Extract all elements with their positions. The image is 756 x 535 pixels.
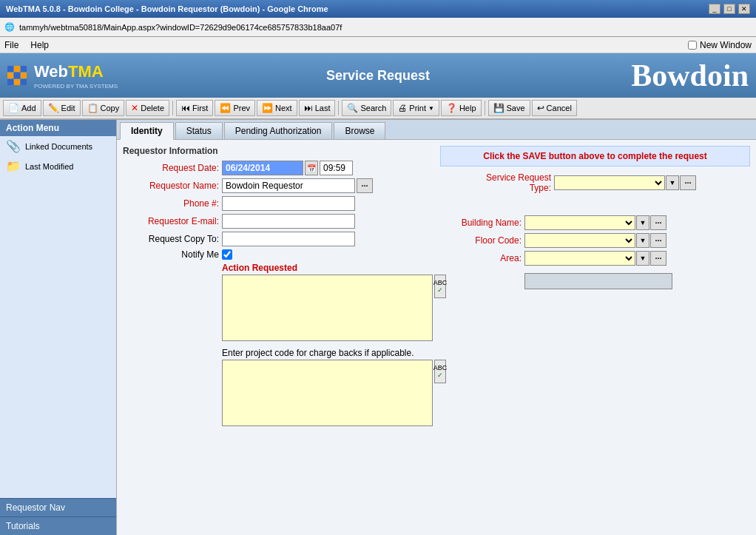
first-icon: ⏮ xyxy=(181,103,190,113)
last-label: Last xyxy=(315,104,331,112)
requestor-name-extra-button[interactable]: ··· xyxy=(357,178,373,193)
sr-type-dropdown-button[interactable]: ▼ xyxy=(666,175,679,190)
notify-checkbox[interactable] xyxy=(222,249,232,260)
building-dropdown-button[interactable]: ▼ xyxy=(636,215,649,230)
next-button[interactable]: ⏩ Next xyxy=(257,100,297,116)
copy-to-row: Request Copy To: xyxy=(123,232,433,246)
area-label: Area: xyxy=(440,253,522,263)
print-arrow: ▼ xyxy=(428,105,434,112)
close-button[interactable]: ✕ xyxy=(738,4,750,14)
copy-to-label: Request Copy To: xyxy=(123,234,219,244)
email-label: Requestor E-mail: xyxy=(123,216,219,226)
minimize-button[interactable]: _ xyxy=(709,4,720,14)
copy-to-input[interactable] xyxy=(222,232,355,246)
logo-sub: POWERED BY TMA SYSTEMS xyxy=(34,83,118,90)
phone-input[interactable] xyxy=(222,196,355,211)
search-label: Search xyxy=(360,104,386,112)
add-label: Add xyxy=(21,104,36,112)
action-requested-label: Action Requested xyxy=(123,263,433,273)
floor-row: Floor Code: ▼ ··· xyxy=(440,233,750,248)
delete-button[interactable]: ✕ Delete xyxy=(126,100,169,116)
sr-type-extra-button[interactable]: ··· xyxy=(680,175,696,190)
building-select[interactable] xyxy=(524,215,635,230)
requestor-nav-button[interactable]: Requestor Nav xyxy=(0,498,116,517)
menu-file[interactable]: File xyxy=(4,40,18,50)
requestor-name-row: Requestor Name: ··· xyxy=(123,178,433,193)
sr-type-area: Service RequestType: ▼ ··· xyxy=(440,172,750,193)
edit-button[interactable]: ✏️ Edit xyxy=(43,100,81,116)
tab-status[interactable]: Status xyxy=(175,122,223,139)
tab-browse[interactable]: Browse xyxy=(334,122,385,139)
college-name: Bowdoin xyxy=(631,58,749,93)
add-button[interactable]: 📄 Add xyxy=(3,100,41,116)
phone-row: Phone #: xyxy=(123,196,433,211)
maximize-button[interactable]: □ xyxy=(723,4,735,14)
action-textarea[interactable] xyxy=(222,275,433,341)
misc-button[interactable] xyxy=(524,273,672,289)
project-hint-label: Enter project code for charge backs if a… xyxy=(222,348,433,358)
prev-label: Prev xyxy=(233,104,250,112)
building-dropdown-wrap: ▼ ··· xyxy=(524,215,666,230)
building-extra-button[interactable]: ··· xyxy=(650,215,666,230)
copy-button[interactable]: 📋 Copy xyxy=(82,100,125,116)
project-spell-button[interactable]: ABC ✓ xyxy=(434,360,446,383)
sr-type-row: Service RequestType: ▼ ··· xyxy=(440,172,750,193)
time-input[interactable] xyxy=(320,161,353,175)
menu-bar: File Help New Window xyxy=(0,37,756,53)
save-button[interactable]: 💾 Save xyxy=(488,100,530,116)
request-date-label: Request Date: xyxy=(123,163,219,173)
delete-label: Delete xyxy=(141,104,164,112)
requestor-name-input[interactable] xyxy=(222,178,355,193)
location-area: Building Name: ▼ ··· Floor Code: xyxy=(440,215,750,291)
first-button[interactable]: ⏮ First xyxy=(176,100,213,116)
notify-label: Notify Me xyxy=(123,249,219,260)
linked-docs-label: Linked Documents xyxy=(25,142,92,151)
last-button[interactable]: ⏭ Last xyxy=(299,100,336,116)
window-controls[interactable]: _ □ ✕ xyxy=(709,4,750,14)
sidebar-item-linked-docs[interactable]: 📎 Linked Documents xyxy=(0,136,116,156)
print-label: Print xyxy=(409,104,426,112)
building-row: Building Name: ▼ ··· xyxy=(440,215,750,230)
project-textarea-wrap: ABC ✓ xyxy=(222,360,433,428)
tutorials-button[interactable]: Tutorials xyxy=(0,517,116,535)
email-row: Requestor E-mail: xyxy=(123,214,433,229)
floor-dropdown-wrap: ▼ ··· xyxy=(524,233,666,248)
content-area: Identity Status Pending Authorization Br… xyxy=(117,120,756,535)
request-date-input[interactable] xyxy=(222,161,303,175)
project-textarea[interactable] xyxy=(222,360,433,426)
floor-extra-button[interactable]: ··· xyxy=(650,233,666,248)
cancel-button[interactable]: ↩ Cancel xyxy=(532,100,577,116)
area-extra-button[interactable]: ··· xyxy=(650,251,666,266)
sidebar-header: Action Menu xyxy=(0,120,116,136)
prev-button[interactable]: ⏪ Prev xyxy=(215,100,255,116)
tab-identity[interactable]: Identity xyxy=(120,122,174,140)
copy-label: Copy xyxy=(101,104,120,112)
floor-select[interactable] xyxy=(524,233,635,248)
area-select[interactable] xyxy=(524,251,635,266)
save-icon: 💾 xyxy=(493,103,504,113)
help-icon: ❓ xyxy=(446,103,457,113)
main-layout: Action Menu 📎 Linked Documents 📁 Last Mo… xyxy=(0,120,756,535)
calendar-button[interactable]: 📅 xyxy=(305,161,318,175)
toolbar: 📄 Add ✏️ Edit 📋 Copy ✕ Delete ⏮ First ⏪ … xyxy=(0,98,756,120)
logo-area: Web TMA POWERED BY TMA SYSTEMS xyxy=(7,62,118,90)
first-label: First xyxy=(192,104,208,112)
sr-type-select[interactable] xyxy=(554,175,665,190)
separator-1 xyxy=(172,101,173,115)
spell-check-button[interactable]: ABC ✓ xyxy=(434,275,446,298)
new-window-checkbox[interactable] xyxy=(688,41,697,50)
email-input[interactable] xyxy=(222,214,355,229)
cancel-icon: ↩ xyxy=(537,103,544,113)
tab-pending-auth[interactable]: Pending Authorization xyxy=(224,122,333,139)
area-dropdown-button[interactable]: ▼ xyxy=(636,251,649,266)
help-label: Help xyxy=(459,104,476,112)
help-button[interactable]: ❓ Help xyxy=(441,100,482,116)
print-button[interactable]: 🖨 Print ▼ xyxy=(393,100,439,116)
area-dropdown-wrap: ▼ ··· xyxy=(524,251,666,266)
edit-icon: ✏️ xyxy=(48,103,59,113)
floor-label: Floor Code: xyxy=(440,235,522,246)
floor-dropdown-button[interactable]: ▼ xyxy=(636,233,649,248)
sidebar-item-last-modified[interactable]: 📁 Last Modified xyxy=(0,156,116,176)
search-button[interactable]: 🔍 Search xyxy=(342,100,391,116)
menu-help[interactable]: Help xyxy=(30,40,49,50)
